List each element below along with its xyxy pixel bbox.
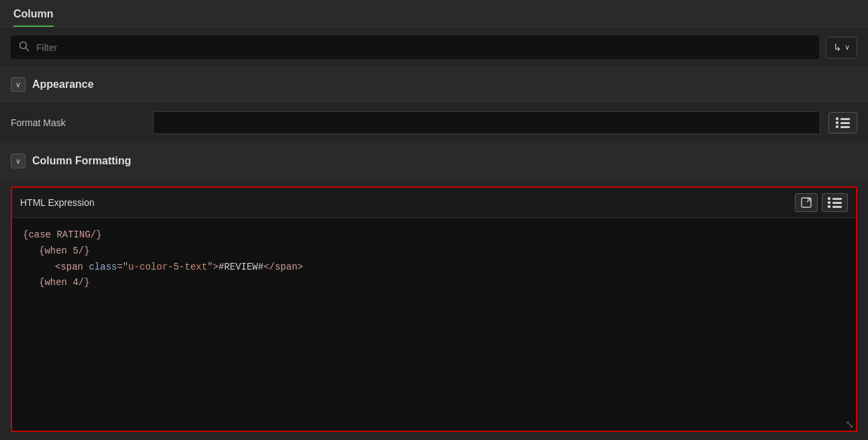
filter-row: ↳ ∨ — [0, 28, 868, 68]
expand-icon — [801, 197, 812, 208]
tab-column[interactable]: Column — [13, 8, 54, 27]
list-icon — [836, 117, 850, 128]
html-expression-header: HTML Expression — [12, 188, 856, 218]
html-list-icon — [828, 197, 842, 208]
sort-chevron: ∨ — [845, 43, 850, 52]
tab-header: Column — [0, 0, 868, 28]
filter-input[interactable] — [36, 42, 811, 53]
sort-icon: ↳ — [833, 42, 842, 54]
html-expression-expand-button[interactable] — [795, 193, 818, 212]
html-expression-actions — [795, 193, 848, 212]
format-mask-label: Format Mask — [11, 117, 145, 128]
appearance-section-title: Appearance — [32, 78, 94, 91]
code-line-3: <span class="u-color-5-text">#REVIEW#</s… — [55, 260, 845, 276]
search-icon — [19, 41, 30, 54]
format-mask-list-button[interactable] — [828, 112, 857, 133]
appearance-section-header: ∨ Appearance — [0, 68, 868, 102]
appearance-collapse-button[interactable]: ∨ — [11, 77, 25, 92]
code-line-2: {when 5/} — [39, 243, 845, 260]
svg-line-1 — [26, 48, 29, 51]
html-expression-title: HTML Expression — [20, 197, 95, 208]
resize-handle[interactable]: ⤡ — [845, 420, 853, 428]
sort-button[interactable]: ↳ ∨ — [826, 37, 857, 58]
code-line-1: {case RATING/} — [23, 227, 845, 243]
appearance-section-body: Format Mask — [0, 102, 868, 144]
column-formatting-section-header: ∨ Column Formatting — [0, 144, 868, 178]
column-formatting-collapse-button[interactable]: ∨ — [11, 154, 25, 168]
appearance-collapse-icon: ∨ — [15, 80, 21, 89]
column-panel: Column ↳ ∨ ∨ Appearance Format Mask — [0, 0, 868, 440]
column-formatting-collapse-icon: ∨ — [15, 157, 21, 166]
format-mask-row: Format Mask — [11, 111, 857, 134]
html-expression-code-area[interactable]: {case RATING/} {when 5/} <span class="u-… — [12, 218, 856, 431]
code-line-4: {when 4/} — [39, 275, 845, 291]
filter-input-wrapper — [11, 36, 819, 59]
html-expression-list-button[interactable] — [822, 193, 848, 212]
html-expression-box: HTML Expression — [11, 186, 857, 432]
format-mask-input[interactable] — [153, 111, 820, 134]
column-formatting-body: HTML Expression — [0, 178, 868, 440]
column-formatting-section-title: Column Formatting — [32, 155, 131, 167]
svg-line-3 — [807, 199, 810, 202]
